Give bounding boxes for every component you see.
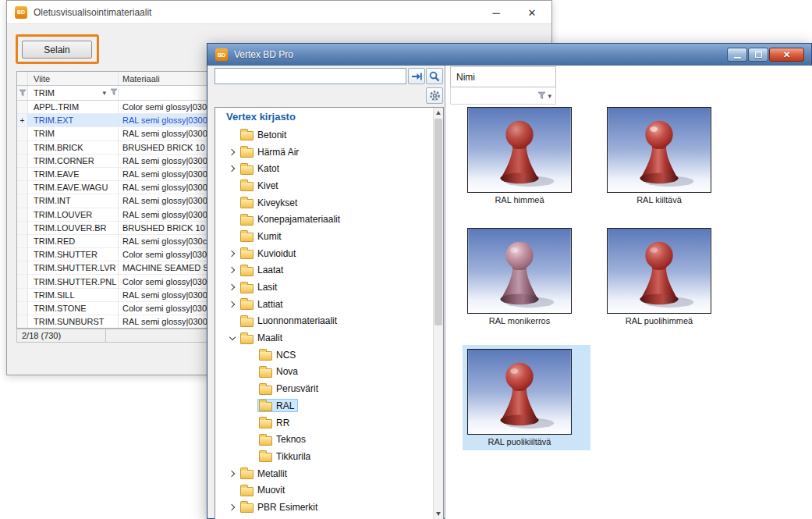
- tree-item-laatat[interactable]: Laatat: [215, 262, 443, 279]
- chevron-right-icon[interactable]: [226, 146, 239, 158]
- library-tree-panel[interactable]: Vertex kirjasto Betonit Härmä Air Katot …: [215, 107, 444, 519]
- material-preview-pawn[interactable]: [607, 107, 711, 193]
- tree-item-luonnonmateriaalit[interactable]: Luonnonmateriaalit: [215, 313, 443, 330]
- column-header-viite[interactable]: Viite: [28, 72, 119, 85]
- tree-item-ncs[interactable]: NCS: [215, 347, 443, 364]
- tree-item-label: Lattiat: [257, 299, 283, 310]
- dropdown-icon[interactable]: ▾: [102, 89, 106, 97]
- close-button[interactable]: ✕: [769, 48, 804, 62]
- tree-item-kuvioidut[interactable]: Kuvioidut: [215, 245, 443, 262]
- chevron-down-icon[interactable]: [226, 332, 239, 344]
- cell-viite: APPL.TRIM: [28, 101, 119, 113]
- material-preview-pawn[interactable]: [467, 107, 572, 193]
- cell-viite: TRIM.EXT: [28, 114, 119, 126]
- cell-viite: TRIM.STONE: [28, 302, 119, 315]
- tree-item-teknos[interactable]: Teknos: [215, 431, 443, 448]
- folder-icon: [240, 199, 254, 208]
- tree-item-lattiat[interactable]: Lattiat: [215, 296, 443, 313]
- tree-item-label: RAL: [276, 400, 294, 411]
- titlebar[interactable]: BD Oletusvisualisointimateriaalit ─ ✕: [7, 1, 551, 24]
- tree-scrollbar[interactable]: [433, 108, 443, 519]
- tree-item-kiveykset[interactable]: Kiveykset: [215, 194, 443, 212]
- folder-icon: [240, 487, 254, 496]
- search-input[interactable]: [215, 68, 406, 84]
- cell-viite: TRIM.CORNER: [28, 155, 119, 167]
- tree-item-konepajamateriaalit[interactable]: Konepajamateriaalit: [215, 211, 443, 228]
- cell-viite: TRIM.EAVE: [28, 168, 119, 180]
- tree-item-nova[interactable]: Nova: [215, 364, 443, 381]
- folder-icon: [240, 233, 254, 242]
- tree-item-tikkurila[interactable]: Tikkurila: [215, 448, 443, 465]
- row-marker: [17, 141, 28, 154]
- tree-item-muovit[interactable]: Muovit: [215, 482, 443, 499]
- chevron-right-icon[interactable]: [226, 281, 239, 293]
- row-marker: [17, 248, 28, 261]
- maximize-button[interactable]: [748, 48, 768, 62]
- chevron-right-icon[interactable]: [226, 501, 239, 514]
- material-preview-pawn[interactable]: [467, 349, 572, 435]
- material-item-ral-puolihimmea[interactable]: RAL puolihimmeä: [602, 224, 730, 329]
- material-label: RAL kiiltävä: [607, 195, 711, 204]
- material-item-ral-monikerros[interactable]: RAL monikerros: [463, 224, 590, 329]
- row-marker: [17, 208, 28, 221]
- tree-item-label: Lasit: [257, 282, 277, 293]
- gear-icon: [429, 90, 441, 101]
- tree-root-label[interactable]: Vertex kirjasto: [215, 108, 443, 126]
- scrollbar-thumb[interactable]: [434, 119, 442, 325]
- material-item-ral-kiiltava[interactable]: RAL kiiltävä: [602, 103, 730, 208]
- material-label: RAL puolihimmeä: [607, 316, 711, 325]
- screen: BD Oletusvisualisointimateriaalit ─ ✕ Se…: [0, 0, 812, 519]
- tree-item-kumit[interactable]: Kumit: [215, 228, 443, 245]
- folder-icon: [240, 503, 254, 513]
- tree-item-harma-air[interactable]: Härmä Air: [215, 144, 443, 161]
- search-button[interactable]: [426, 68, 443, 84]
- material-item-ral-puolikiiltava-selected[interactable]: RAL puolikiiltävä: [463, 345, 590, 450]
- tree-item-label: Metallit: [257, 468, 287, 479]
- folder-icon: [259, 419, 272, 428]
- folder-icon: [259, 368, 272, 378]
- chevron-right-icon[interactable]: [226, 467, 239, 480]
- tree-item-pbr-esimerkit[interactable]: PBR Esimerkit: [215, 499, 443, 516]
- material-item-ral-himmea[interactable]: RAL himmeä: [463, 103, 590, 208]
- chevron-right-icon[interactable]: [226, 247, 239, 260]
- viite-filter-cell[interactable]: TRIM ▾: [28, 86, 119, 100]
- funnel-icon[interactable]: [110, 88, 118, 98]
- tree-item-metallit[interactable]: Metallit: [215, 465, 443, 482]
- dropdown-icon: ▾: [548, 92, 551, 100]
- tree-item-maalit[interactable]: Maalit: [215, 329, 443, 347]
- settings-button[interactable]: [426, 87, 443, 104]
- row-marker: [17, 261, 28, 274]
- material-preview-pawn[interactable]: [607, 228, 711, 314]
- folder-icon: [259, 351, 272, 361]
- tree-item-rr[interactable]: RR: [215, 414, 443, 432]
- folder-icon: [240, 131, 254, 140]
- nimi-filter-cell[interactable]: ▾: [450, 87, 556, 105]
- scroll-up-icon[interactable]: [434, 108, 443, 118]
- tree-item-label: Perusvärit: [276, 383, 318, 394]
- cell-viite: TRIM.LOUVER.BR: [28, 222, 119, 234]
- close-button[interactable]: ✕: [519, 1, 545, 24]
- tree-item-betonit[interactable]: Betonit: [215, 126, 443, 144]
- tree-item-ral-selected[interactable]: RAL: [215, 397, 443, 414]
- chevron-right-icon[interactable]: [226, 162, 239, 175]
- tree-item-kivet[interactable]: Kivet: [215, 177, 443, 194]
- folder-icon: [240, 182, 254, 191]
- tree-item-perusvarit[interactable]: Perusvärit: [215, 380, 443, 397]
- folder-icon: [259, 386, 272, 395]
- tree-item-katot[interactable]: Katot: [215, 160, 443, 177]
- go-arrow-button[interactable]: [408, 68, 425, 84]
- material-preview-pawn[interactable]: [467, 228, 572, 314]
- scroll-down-icon[interactable]: [434, 509, 443, 519]
- minimize-button[interactable]: [727, 48, 747, 62]
- titlebar[interactable]: BD Vertex BD Pro ✕: [207, 44, 811, 66]
- tree-item-label: Teknos: [276, 434, 306, 445]
- tree-item-label: Kuvioidut: [257, 248, 296, 259]
- column-header-nimi[interactable]: Nimi: [450, 66, 556, 87]
- minimize-button[interactable]: ─: [483, 1, 509, 24]
- tree-item-lasit[interactable]: Lasit: [215, 279, 443, 296]
- materials-results-panel: Nimi ▾: [445, 66, 812, 519]
- chevron-right-icon[interactable]: [226, 298, 239, 311]
- row-marker: [17, 127, 28, 140]
- viite-filter-value[interactable]: TRIM: [34, 88, 55, 98]
- chevron-right-icon[interactable]: [226, 264, 239, 276]
